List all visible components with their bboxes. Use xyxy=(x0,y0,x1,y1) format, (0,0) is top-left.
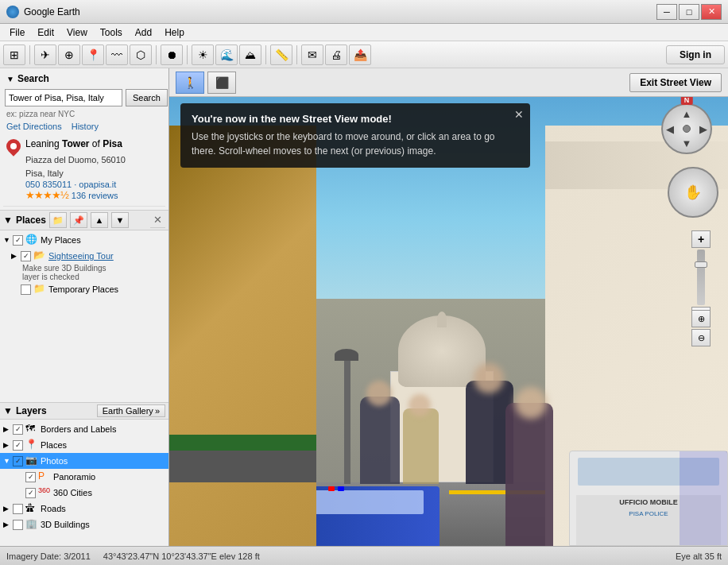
sign-in-button[interactable]: Sign in xyxy=(666,45,725,64)
places-section: ▼ Places 📁 📌 ▲ ▼ ✕ ▼ 🌐 My Places ▶ xyxy=(0,211,168,403)
new-folder-button[interactable]: 📁 xyxy=(49,212,67,228)
layer-roads[interactable]: ▶ 🛣 Roads xyxy=(0,501,168,517)
cube-mode-button[interactable]: ⬛ xyxy=(207,72,236,94)
search-links: Get Directions History xyxy=(3,120,165,133)
tree-item-my-places[interactable]: ▼ 🌐 My Places xyxy=(0,232,168,248)
popup-close-icon[interactable]: ✕ xyxy=(514,108,524,121)
expand-my-places-icon: ▼ xyxy=(3,236,13,244)
result-phone[interactable]: 050 835011 · opapisa.it xyxy=(6,180,162,189)
photos-checkbox[interactable] xyxy=(13,456,23,466)
sightseeing-label[interactable]: Sightseeing Tour xyxy=(48,251,114,261)
navigation-rose[interactable]: N ▲ ▼ ◀ ▶ xyxy=(661,103,712,154)
tree-item-temporary[interactable]: 📁 Temporary Places xyxy=(0,281,168,297)
my-places-label: My Places xyxy=(41,235,81,245)
nav-center[interactable] xyxy=(683,125,691,133)
places-layer-label: Places xyxy=(41,440,67,450)
water-button[interactable]: 🌊 xyxy=(215,45,238,65)
menu-edit[interactable]: Edit xyxy=(31,25,60,40)
draw-placemark-button[interactable]: 📍 xyxy=(82,45,104,65)
search-input[interactable] xyxy=(5,89,122,106)
places-layer-checkbox[interactable] xyxy=(13,440,23,451)
exit-street-view-button[interactable]: Exit Street View xyxy=(629,73,722,92)
expand-roads-icon: ▶ xyxy=(3,505,13,513)
pan-control[interactable]: ✋ xyxy=(668,167,718,218)
review-link[interactable]: 136 reviews xyxy=(72,191,118,200)
photos-label: Photos xyxy=(41,456,68,466)
record-tour-button[interactable]: ⏺ xyxy=(161,45,183,65)
maximize-button[interactable]: □ xyxy=(679,4,699,20)
street-view-controls: 🚶 ⬛ Exit Street View xyxy=(169,68,728,97)
email-button[interactable]: ✉ xyxy=(301,45,323,65)
zoom-slider-thumb[interactable] xyxy=(695,261,707,268)
roads-checkbox[interactable] xyxy=(13,504,23,514)
places-down-button[interactable]: ▼ xyxy=(111,212,129,228)
panoramio-checkbox[interactable] xyxy=(25,472,36,482)
get-directions-link[interactable]: Get Directions xyxy=(6,122,62,131)
3dbuildings-checkbox[interactable] xyxy=(13,520,23,530)
star-rating: ★★★★½ xyxy=(25,189,68,201)
result-name-highlight: Tower xyxy=(62,138,89,149)
nav-right-button[interactable]: ▶ xyxy=(699,123,707,135)
fly-to-button[interactable]: ✈ xyxy=(34,45,56,65)
ruler-button[interactable]: 📏 xyxy=(270,45,292,65)
expand-photos-icon: ▼ xyxy=(3,457,13,465)
roads-label: Roads xyxy=(41,504,66,513)
my-places-checkbox[interactable] xyxy=(13,235,23,246)
layer-places[interactable]: ▶ 📍 Places xyxy=(0,437,168,453)
tilt-down-button[interactable]: ⊖ xyxy=(691,329,711,346)
history-link[interactable]: History xyxy=(72,122,99,131)
search-button[interactable]: Search xyxy=(126,89,168,106)
map-area[interactable]: 🚶 ⬛ Exit Street View xyxy=(169,68,728,546)
menu-tools[interactable]: Tools xyxy=(94,25,129,40)
nav-up-button[interactable]: ▲ xyxy=(682,108,692,120)
nav-down-button[interactable]: ▼ xyxy=(682,137,692,149)
layer-panoramio[interactable]: P Panoramio xyxy=(0,469,168,485)
globe-icon: 🌐 xyxy=(25,234,38,246)
menu-help[interactable]: Help xyxy=(158,25,191,40)
police-car xyxy=(296,486,440,546)
print-button[interactable]: 🖨 xyxy=(325,45,347,65)
result-name[interactable]: Leaning Tower of Pisa xyxy=(25,137,122,151)
result-name-prefix: Leaning xyxy=(25,138,62,149)
places-up-button[interactable]: ▲ xyxy=(91,212,108,228)
layer-borders[interactable]: ▶ 🗺 Borders and Labels xyxy=(0,421,168,437)
sun-button[interactable]: ☀ xyxy=(192,45,214,65)
new-placemark-button[interactable]: 📌 xyxy=(70,212,87,228)
info-popup: ✕ You're now in the new Street View mode… xyxy=(180,103,530,168)
draw-polygon-button[interactable]: ⬡ xyxy=(130,45,152,65)
popup-body: Use the joysticks or the keyboard to mov… xyxy=(192,130,519,158)
layer-360cities[interactable]: 360 360 Cities xyxy=(0,485,168,501)
person-mode-button[interactable]: 🚶 xyxy=(176,72,204,94)
zoom-in-button[interactable]: + xyxy=(691,230,711,248)
pan-hand-icon[interactable]: ✋ xyxy=(684,184,702,201)
expand-360cities-icon xyxy=(16,489,25,497)
layer-photos[interactable]: ▼ 📷 Photos xyxy=(0,453,168,469)
menu-file[interactable]: File xyxy=(3,25,31,40)
earth-gallery-button[interactable]: Earth Gallery » xyxy=(97,404,165,417)
360cities-checkbox[interactable] xyxy=(25,488,36,498)
360cities-icon: 360 xyxy=(38,486,51,499)
menu-add[interactable]: Add xyxy=(129,25,158,40)
temporary-checkbox[interactable] xyxy=(21,284,31,295)
draw-path-button[interactable]: 〰 xyxy=(106,45,128,65)
borders-checkbox[interactable] xyxy=(13,424,23,435)
borders-label: Borders and Labels xyxy=(41,424,116,434)
layers-title: Layers xyxy=(16,405,47,416)
search-header[interactable]: ▼ Search xyxy=(3,72,165,86)
street-scene: UFFICIO MOBILE PISA POLICE xyxy=(169,97,728,546)
menu-view[interactable]: View xyxy=(60,25,94,40)
zoom-in-toolbar-button[interactable]: ⊕ xyxy=(58,45,80,65)
tree-item-sightseeing[interactable]: ▶ 📂 Sightseeing Tour xyxy=(0,248,168,264)
close-button[interactable]: ✕ xyxy=(701,4,722,20)
nav-left-button[interactable]: ◀ xyxy=(666,123,674,135)
export-button[interactable]: 📤 xyxy=(349,45,371,65)
places-close-icon[interactable]: ✕ xyxy=(150,212,165,228)
grid-view-button[interactable]: ⊞ xyxy=(3,45,25,65)
layer-3dbuildings[interactable]: ▶ 🏢 3D Buildings xyxy=(0,517,168,532)
tilt-up-button[interactable]: ⊕ xyxy=(691,310,711,327)
title-bar: Google Earth ─ □ ✕ xyxy=(0,0,728,24)
toolbar-sep-5 xyxy=(296,45,297,64)
terrain-button[interactable]: ⛰ xyxy=(239,45,261,65)
minimize-button[interactable]: ─ xyxy=(656,4,677,20)
sightseeing-checkbox[interactable] xyxy=(21,251,31,261)
